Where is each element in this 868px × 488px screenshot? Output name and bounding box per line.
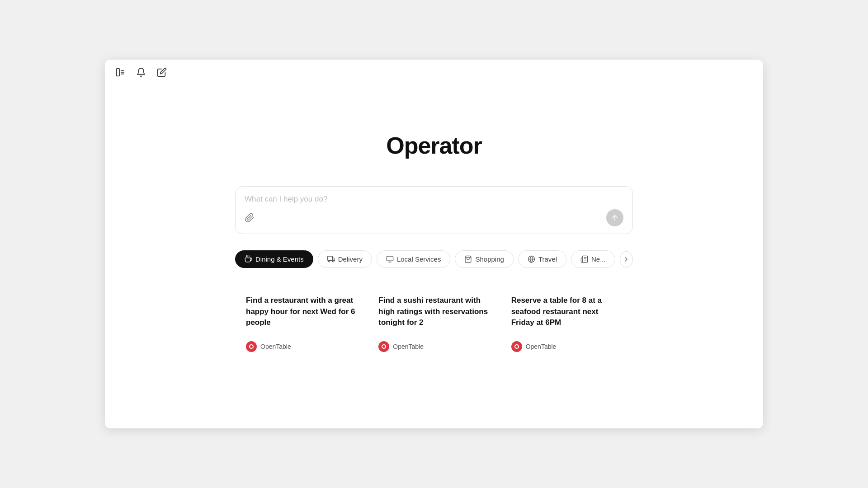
page-title: Operator [386, 132, 482, 159]
search-area [235, 186, 633, 234]
send-button[interactable] [606, 209, 623, 226]
tab-local-services[interactable]: Local Services [377, 250, 451, 268]
tab-news-label: Ne... [591, 255, 606, 263]
notifications-button[interactable] [135, 66, 147, 79]
sidebar-toggle-button[interactable] [114, 66, 127, 79]
opentable-logo-inner-3 [514, 344, 519, 349]
tabs-more-button[interactable] [620, 251, 633, 267]
tab-shopping[interactable]: Shopping [455, 250, 513, 268]
suggestion-card-2[interactable]: Find a sushi restaurant with high rating… [368, 286, 500, 361]
search-bottom-row [245, 209, 623, 226]
suggestion-card-3[interactable]: Reserve a table for 8 at a seafood resta… [500, 286, 633, 361]
search-input[interactable] [245, 194, 623, 204]
toolbar [105, 60, 763, 85]
suggestion-card-2-text: Find a sushi restaurant with high rating… [378, 295, 489, 328]
svg-point-9 [328, 260, 330, 262]
category-tabs: Dining & Events Delivery Local Service [235, 250, 633, 268]
opentable-logo-2 [378, 341, 389, 352]
opentable-logo-1 [246, 341, 257, 352]
opentable-logo-inner-1 [249, 344, 254, 349]
tab-travel-label: Travel [538, 255, 557, 263]
suggestion-card-1-source-label: OpenTable [260, 343, 291, 350]
search-box [235, 186, 633, 234]
tab-delivery-label: Delivery [338, 255, 363, 263]
suggestion-card-1[interactable]: Find a restaurant with a great happy hou… [235, 286, 368, 361]
svg-rect-0 [117, 69, 119, 76]
svg-rect-11 [387, 256, 393, 261]
tab-shopping-label: Shopping [475, 255, 504, 263]
suggestion-card-1-text: Find a restaurant with a great happy hou… [246, 295, 357, 328]
suggestion-card-3-text: Reserve a table for 8 at a seafood resta… [511, 295, 622, 328]
suggestion-card-3-source: OpenTable [511, 341, 622, 352]
svg-rect-8 [327, 256, 332, 260]
suggestion-card-1-source: OpenTable [246, 341, 357, 352]
tab-travel[interactable]: Travel [518, 250, 566, 268]
tab-delivery[interactable]: Delivery [318, 250, 372, 268]
tab-dining-events[interactable]: Dining & Events [235, 250, 313, 268]
svg-point-10 [332, 260, 334, 262]
attach-button[interactable] [245, 213, 255, 223]
opentable-logo-3 [511, 341, 522, 352]
tab-local-services-label: Local Services [397, 255, 441, 263]
tab-dining-events-label: Dining & Events [255, 255, 304, 263]
opentable-logo-inner-2 [382, 344, 386, 349]
main-content: Operator [105, 60, 763, 428]
suggestion-card-2-source: OpenTable [378, 341, 489, 352]
suggestion-cards: Find a restaurant with a great happy hou… [235, 286, 633, 361]
tab-news[interactable]: Ne... [571, 250, 615, 268]
suggestion-card-3-source-label: OpenTable [526, 343, 557, 350]
compose-button[interactable] [156, 66, 168, 79]
suggestion-card-2-source-label: OpenTable [393, 343, 424, 350]
main-window: Operator [105, 60, 763, 428]
